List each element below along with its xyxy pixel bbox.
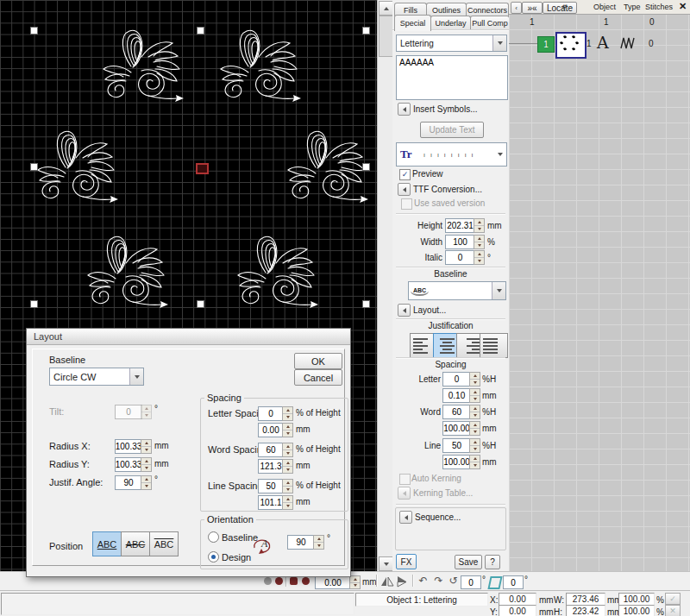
selection-handle[interactable] <box>30 163 38 171</box>
use-saved-version-checkbox[interactable] <box>401 198 412 210</box>
radius-y-field[interactable]: 100.33 <box>115 457 142 472</box>
width-pct-field[interactable]: 100.00 <box>618 593 655 606</box>
skew-angle-field[interactable]: 0 <box>503 575 524 589</box>
layout-dialog[interactable]: Layout Baseline Circle CW OK Cancel Tilt… <box>26 328 351 577</box>
width-field[interactable]: 100 <box>445 235 475 249</box>
dialog-titlebar[interactable]: Layout <box>27 329 350 345</box>
column-header-stitches[interactable]: Stitches <box>645 3 673 11</box>
orientation-baseline-radio[interactable] <box>208 531 219 543</box>
letter-spacing-mm-field[interactable]: 0.00 <box>258 423 284 437</box>
tab-connectors[interactable]: Connectors <box>466 3 509 16</box>
dropdown-button[interactable] <box>492 282 505 299</box>
apply-button[interactable]: ✓ <box>665 593 681 605</box>
dropdown-button[interactable] <box>493 143 506 166</box>
letter-spacing-pct-field[interactable]: 0 <box>258 406 284 421</box>
save-button[interactable]: Save <box>455 555 482 569</box>
line-mm-field[interactable]: 100.00 <box>442 455 471 469</box>
letter-mm-stepper[interactable] <box>469 388 480 403</box>
mirror-vertical-icon[interactable] <box>396 575 410 588</box>
radius-y-stepper[interactable] <box>141 457 152 472</box>
position-baseline-below-button[interactable]: ABC <box>92 531 122 556</box>
rotate-angle-icon[interactable]: ↺ <box>448 575 459 588</box>
baseline-dropdown[interactable]: ABC <box>408 281 506 300</box>
preview-checkbox[interactable]: ✓ <box>399 169 411 180</box>
design-angle-stepper[interactable] <box>313 535 324 550</box>
insert-symbols-expand-button[interactable] <box>398 103 411 116</box>
word-spacing-mm-field[interactable]: 121.3 <box>258 459 284 474</box>
position-baseline-middle-button[interactable]: ABC <box>121 531 150 556</box>
fx-button[interactable]: FX <box>396 554 417 569</box>
lettering-text-input[interactable]: AAAAAA <box>396 55 508 100</box>
font-dropdown[interactable]: Tr ıııııııı <box>396 142 507 167</box>
rotate-cw-icon[interactable]: ↷ <box>432 575 445 588</box>
selection-handle[interactable] <box>362 300 370 308</box>
lettering-character[interactable] <box>221 30 301 102</box>
line-spacing-mm-stepper[interactable] <box>282 495 293 510</box>
italic-stepper[interactable] <box>474 250 485 265</box>
collapse-all-button[interactable]: »« <box>522 2 543 14</box>
insert-symbols-label[interactable]: Insert Symbols... <box>413 104 477 114</box>
line-spacing-pct-stepper[interactable] <box>282 479 293 493</box>
word-spacing-pct-stepper[interactable] <box>282 443 293 457</box>
locate-button[interactable]: Locate <box>543 2 577 14</box>
letter-pct-stepper[interactable] <box>469 372 480 387</box>
width-stepper[interactable] <box>474 235 485 249</box>
lettering-character[interactable] <box>104 30 184 102</box>
auto-kerning-checkbox[interactable] <box>399 474 411 485</box>
dropdown-button[interactable] <box>492 35 506 51</box>
rotate-ccw-icon[interactable]: ↶ <box>417 575 430 588</box>
stitch-player-icon[interactable] <box>264 577 272 585</box>
height-stepper[interactable] <box>474 218 485 233</box>
stitch-marker-icon[interactable] <box>275 577 283 585</box>
lettering-character[interactable] <box>88 236 168 308</box>
panel-collapse-button[interactable]: ‹ <box>511 2 522 14</box>
ttf-conversion-expand-button[interactable] <box>398 183 411 196</box>
column-header-type[interactable]: Type <box>624 3 641 11</box>
rotation-center-marker[interactable] <box>196 163 209 174</box>
radius-x-stepper[interactable] <box>141 439 152 454</box>
update-text-button[interactable]: Update Text <box>420 122 484 138</box>
ok-button[interactable]: OK <box>294 353 342 369</box>
rotate-angle-field[interactable]: 0 <box>461 575 481 589</box>
word-pct-stepper[interactable] <box>469 405 480 419</box>
selection-handle[interactable] <box>362 163 370 171</box>
close-icon[interactable]: ✕ <box>679 1 687 12</box>
discard-button[interactable]: ✕ <box>665 605 681 616</box>
sequence-expand-button[interactable] <box>399 511 412 524</box>
needle-point-icon[interactable] <box>290 577 298 585</box>
scroll-thumb[interactable] <box>379 16 393 57</box>
letter-pct-field[interactable]: 0 <box>442 372 471 387</box>
lettering-character[interactable] <box>288 131 368 203</box>
justif-angle-field[interactable]: 90 <box>115 475 142 490</box>
height-field[interactable]: 202.31 <box>445 218 475 233</box>
radius-x-field[interactable]: 100.33 <box>115 439 142 454</box>
selection-handle[interactable] <box>197 300 204 308</box>
help-button[interactable]: ? <box>485 555 500 569</box>
scroll-up-button[interactable] <box>379 1 393 16</box>
object-type-dropdown[interactable]: Lettering <box>396 35 507 52</box>
tilt-stepper[interactable] <box>141 405 152 419</box>
selection-handle[interactable] <box>362 27 370 35</box>
tab-pull-comp[interactable]: Pull Comp <box>470 16 510 30</box>
letter-spacing-pct-stepper[interactable] <box>282 406 293 421</box>
object-thumbnail[interactable] <box>555 32 586 59</box>
line-pct-field[interactable]: 50 <box>442 438 471 453</box>
mirror-horizontal-icon[interactable] <box>380 575 394 588</box>
line-mm-stepper[interactable] <box>469 455 480 469</box>
penetration-icon[interactable] <box>302 577 310 585</box>
line-pct-stepper[interactable] <box>469 438 480 453</box>
baseline-select[interactable]: Circle CW <box>49 368 144 386</box>
position-baseline-above-button[interactable]: ABC <box>149 531 179 556</box>
x-field[interactable]: 0.00 <box>499 593 536 606</box>
word-spacing-mm-stepper[interactable] <box>282 459 293 474</box>
y-field[interactable]: 0.00 <box>499 605 536 616</box>
word-pct-field[interactable]: 60 <box>442 405 471 419</box>
letter-mm-field[interactable]: 0.10 <box>442 388 471 403</box>
height-pct-field[interactable]: 100.00 <box>618 605 655 616</box>
letter-spacing-mm-stepper[interactable] <box>282 423 293 437</box>
design-angle-field[interactable]: 90 <box>287 535 315 550</box>
width-status-field[interactable]: 273.46 <box>566 593 605 606</box>
column-header-object[interactable]: Object <box>593 3 616 11</box>
orientation-design-radio[interactable] <box>208 551 219 563</box>
cancel-button[interactable]: Cancel <box>294 369 342 386</box>
